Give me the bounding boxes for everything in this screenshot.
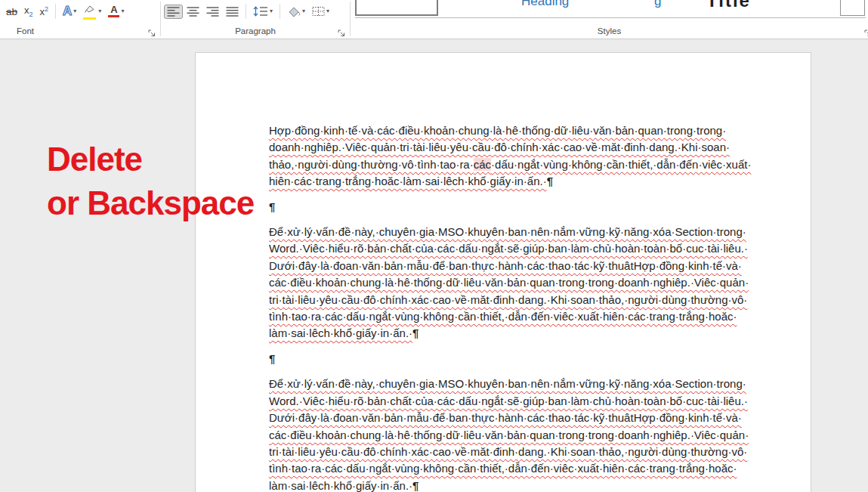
shading-button[interactable]: ▾: [284, 4, 308, 19]
styles-group-label: Styles: [351, 26, 868, 36]
annotation-line1: Delete: [47, 138, 254, 181]
line-spacing-icon: [253, 6, 268, 17]
annotation-line2: or Backspace: [47, 181, 254, 225]
ribbon-group-font: ab x2 x2 A ▾ ▾: [0, 0, 160, 39]
subscript-button[interactable]: x2: [21, 2, 36, 20]
superscript-icon: x2: [40, 5, 49, 17]
align-left-icon: [167, 7, 180, 17]
annotation-delete-or-backspace: Delete or Backspace: [47, 138, 254, 225]
empty-paragraph[interactable]: ¶: [269, 199, 752, 215]
font-color-button[interactable]: A ▾: [105, 3, 127, 20]
word-window: ab x2 x2 A ▾ ▾: [0, 0, 868, 492]
document-page[interactable]: Hợp·​đồng·​kinh·​tế·​và·​các·​điều·​khoả…: [195, 52, 811, 492]
ribbon: ab x2 x2 A ▾ ▾: [0, 0, 868, 39]
paragraph-2[interactable]: Để·​xử·​lý·​vấn·​đề·​này,·​chuyên·​gia·​…: [269, 224, 752, 342]
pilcrow-mark: ¶: [547, 175, 553, 187]
line-spacing-button[interactable]: ▾: [250, 4, 276, 19]
font-color-icon: A: [108, 5, 119, 18]
paragraph-group-icons: ▾ ▾ ▾: [161, 0, 350, 21]
divider: [246, 4, 246, 19]
chevron-down-icon[interactable]: ▾: [98, 8, 101, 14]
shading-icon: [287, 6, 301, 17]
paragraph-dialog-launcher[interactable]: [338, 27, 347, 36]
chevron-down-icon[interactable]: ▾: [73, 8, 76, 14]
dialog-launcher-icon: [864, 29, 868, 38]
font-dialog-launcher[interactable]: [148, 27, 157, 36]
paragraph-3-text: Để·​xử·​lý·​vấn·​đề·​này,·​chuyên·​gia·​…: [269, 377, 749, 491]
divider: [280, 4, 280, 19]
pilcrow-mark: ¶: [269, 352, 275, 365]
highlight-pen-icon: [83, 3, 97, 20]
paragraph-2-text: Để·​xử·​lý·​vấn·​đề·​này,·​chuyên·​gia·​…: [269, 225, 749, 339]
subscript-icon: x2: [24, 5, 33, 18]
align-left-button[interactable]: [164, 5, 183, 19]
style-item-heading2[interactable]: g: [654, 0, 661, 9]
strikethrough-icon: ab: [6, 6, 17, 17]
paragraph-1[interactable]: Hợp·​đồng·​kinh·​tế·​và·​các·​điều·​khoả…: [269, 122, 752, 190]
justify-button[interactable]: [223, 5, 242, 19]
document-canvas: Delete or Backspace Hợp·​đồng·​kinh·​tế·…: [0, 39, 868, 492]
document-text[interactable]: Hợp·​đồng·​kinh·​tế·​và·​các·​điều·​khoả…: [269, 122, 752, 492]
chevron-down-icon[interactable]: ▾: [302, 8, 305, 14]
style-item-heading[interactable]: Heading: [521, 0, 569, 9]
pilcrow-mark: ¶: [269, 200, 275, 213]
pilcrow-mark: ¶: [412, 326, 419, 339]
styles-gallery[interactable]: Heading g Title: [355, 0, 866, 18]
font-group-icons: ab x2 x2 A ▾ ▾: [0, 0, 160, 21]
style-item-selected[interactable]: [355, 0, 438, 16]
text-highlight-color-button[interactable]: ▾: [80, 1, 104, 23]
empty-paragraph[interactable]: ¶: [269, 351, 752, 367]
ribbon-group-paragraph: ▾ ▾ ▾ Paragraph: [161, 0, 350, 39]
align-center-button[interactable]: [184, 5, 202, 19]
align-center-icon: [187, 7, 199, 17]
divider: [55, 4, 56, 19]
chevron-down-icon[interactable]: ▾: [121, 8, 124, 14]
text-effects-icon: A: [63, 4, 72, 19]
borders-icon: [312, 6, 325, 17]
justify-icon: [226, 7, 239, 17]
strikethrough-button[interactable]: ab: [3, 4, 20, 20]
chevron-down-icon[interactable]: ▾: [326, 8, 329, 14]
styles-gallery-scroll[interactable]: [840, 0, 865, 16]
text-effects-button[interactable]: A ▾: [60, 2, 79, 21]
align-right-button[interactable]: [203, 5, 222, 19]
align-right-icon: [206, 7, 219, 17]
font-group-label: Font: [17, 26, 34, 36]
pilcrow-mark: ¶: [412, 479, 419, 492]
styles-dialog-launcher[interactable]: [864, 27, 868, 36]
paragraph-3[interactable]: Để·​xử·​lý·​vấn·​đề·​này,·​chuyên·​gia·​…: [269, 376, 752, 492]
borders-button[interactable]: ▾: [309, 4, 332, 19]
ribbon-group-styles: Heading g Title Styles: [351, 0, 868, 39]
paragraph-group-label: Paragraph: [161, 26, 350, 36]
dialog-launcher-icon: [338, 29, 346, 38]
superscript-button[interactable]: x2: [37, 3, 52, 20]
highlighted-word: các: [474, 158, 491, 171]
style-item-title[interactable]: Title: [706, 0, 751, 11]
dialog-launcher-icon: [148, 29, 156, 38]
chevron-down-icon[interactable]: ▾: [270, 8, 273, 14]
